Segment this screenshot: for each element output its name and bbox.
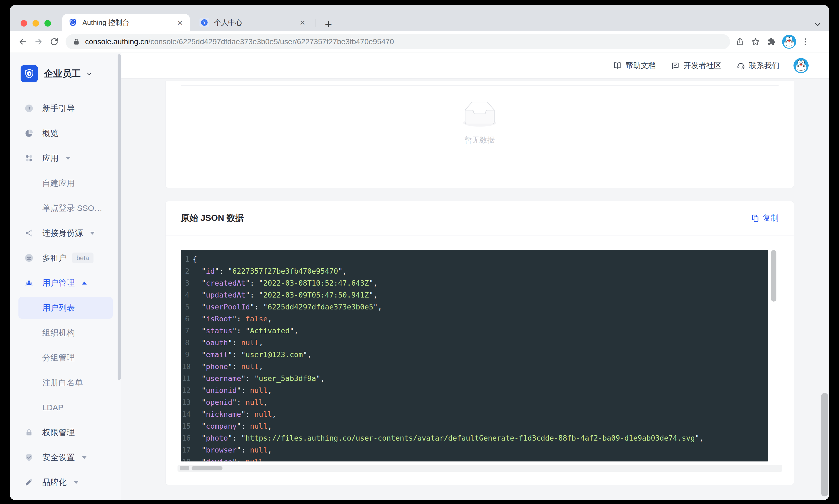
line-number: 12 bbox=[182, 384, 190, 396]
header-link-联系我们[interactable]: 联系我们 bbox=[736, 60, 779, 71]
maximize-window-button[interactable] bbox=[44, 20, 51, 26]
line-number: 17 bbox=[182, 444, 190, 456]
multi-tenant-icon bbox=[24, 253, 34, 263]
sidebar-item-user-management[interactable]: 用户管理 bbox=[10, 270, 121, 295]
header-link-开发者社区[interactable]: 开发者社区 bbox=[671, 60, 721, 71]
close-window-button[interactable] bbox=[21, 20, 27, 26]
sidebar-item-user-list[interactable]: 用户列表 bbox=[18, 297, 113, 319]
copy-label: 复制 bbox=[763, 213, 779, 223]
user-management-icon bbox=[24, 278, 34, 288]
url-bar[interactable]: console.authing.cn/console/6225dd4297dfd… bbox=[66, 34, 730, 49]
code-text: "device": null, bbox=[193, 456, 267, 462]
workspace-name: 企业员工 bbox=[44, 68, 81, 80]
line-number: 15 bbox=[182, 420, 190, 432]
code-text: "createdAt": "2022-03-08T10:52:47.643Z", bbox=[193, 277, 378, 289]
sidebar-item-overview[interactable]: 概览 bbox=[10, 121, 121, 146]
tab-close-icon[interactable]: × bbox=[176, 18, 184, 27]
scrollbar-thumb[interactable] bbox=[180, 466, 189, 470]
code-line: 1{ bbox=[181, 253, 768, 265]
browser-window: Authing 控制台 × Y 个人中心 × + console.authing… bbox=[10, 5, 829, 500]
header-link-label: 帮助文档 bbox=[625, 60, 656, 71]
code-text: "phone": null, bbox=[193, 361, 263, 373]
scrollbar-thumb[interactable] bbox=[192, 466, 222, 470]
code-line: 4 "updatedAt": "2022-03-09T05:47:50.941Z… bbox=[181, 289, 768, 301]
code-text: "isRoot": false, bbox=[193, 313, 272, 325]
tab-search-chevron-icon[interactable] bbox=[814, 21, 822, 29]
code-line: 2 "id": "6227357f27be3fb470e95470", bbox=[181, 265, 768, 277]
extensions-puzzle-button[interactable] bbox=[764, 35, 778, 49]
code-line: 6 "isRoot": false, bbox=[181, 313, 768, 325]
code-line: 15 "company": null, bbox=[181, 420, 768, 432]
line-number: 16 bbox=[182, 432, 190, 444]
code-text: "company": null, bbox=[193, 420, 272, 432]
code-line: 5 "userPoolId": "6225dd4297dfdae373e3b0e… bbox=[181, 301, 768, 313]
code-horizontal-scrollbar[interactable] bbox=[178, 465, 782, 472]
code-line: 9 "email": "user1@123.com", bbox=[181, 349, 768, 361]
tab-strip: Authing 控制台 × Y 个人中心 × + bbox=[10, 5, 829, 31]
line-number: 7 bbox=[182, 325, 190, 337]
guide-icon bbox=[24, 104, 34, 113]
sidebar-item-label: 应用 bbox=[42, 153, 58, 164]
sidebar-item-ldap[interactable]: LDAP bbox=[10, 395, 121, 420]
sidebar-item-sso[interactable]: 单点登录 SSO… bbox=[10, 196, 121, 220]
sidebar-item-security-settings[interactable]: 安全设置 bbox=[10, 445, 121, 470]
json-card-header: 原始 JSON 数据 复制 bbox=[165, 201, 794, 235]
reload-button[interactable] bbox=[47, 35, 61, 49]
sidebar-item-label: 自建应用 bbox=[42, 178, 75, 189]
sidebar-scrollbar[interactable] bbox=[118, 54, 121, 380]
workspace-switcher[interactable]: 企业员工 bbox=[10, 53, 121, 83]
json-card-title: 原始 JSON 数据 bbox=[181, 212, 244, 224]
tab-separator bbox=[315, 19, 316, 27]
empty-box-icon bbox=[459, 102, 500, 128]
identity-sources-icon bbox=[24, 229, 34, 238]
bookmark-star-button[interactable] bbox=[749, 35, 763, 49]
sidebar-item-org-structure[interactable]: 组织机构 bbox=[10, 320, 121, 345]
page-vertical-scrollbar[interactable] bbox=[821, 393, 828, 497]
code-text: "nickname": null, bbox=[193, 408, 276, 420]
forward-button[interactable] bbox=[32, 35, 46, 49]
code-line: 3 "createdAt": "2022-03-08T10:52:47.643Z… bbox=[181, 277, 768, 289]
web-page: 企业员工 新手引导概览应用自建应用单点登录 SSO…连接身份源多租户beta用户… bbox=[10, 53, 829, 500]
sidebar: 企业员工 新手引导概览应用自建应用单点登录 SSO…连接身份源多租户beta用户… bbox=[10, 53, 121, 500]
code-text: "id": "6227357f27be3fb470e95470", bbox=[193, 265, 347, 277]
code-line: 7 "status": "Activated", bbox=[181, 325, 768, 337]
new-tab-button[interactable]: + bbox=[321, 17, 336, 31]
browser-menu-button[interactable] bbox=[798, 35, 813, 49]
line-number: 3 bbox=[182, 277, 190, 289]
overview-icon bbox=[24, 129, 34, 138]
sidebar-item-label: LDAP bbox=[42, 403, 64, 412]
sidebar-item-register-whitelist[interactable]: 注册白名单 bbox=[10, 370, 121, 395]
code-line: 17 "browser": null, bbox=[181, 444, 768, 456]
tab-authing-console[interactable]: Authing 控制台 × bbox=[62, 14, 190, 31]
chevron-up-icon bbox=[82, 282, 87, 285]
url-host: console.authing.cn bbox=[85, 37, 148, 46]
content-scroll-area[interactable]: 暂无数据 原始 JSON 数据 复制 1{2 "id": "6227357f27… bbox=[121, 79, 829, 500]
sidebar-item-apps[interactable]: 应用 bbox=[10, 146, 121, 171]
tab-personal-center[interactable]: Y 个人中心 × bbox=[194, 14, 312, 31]
empty-data-card: 暂无数据 bbox=[165, 81, 794, 188]
sidebar-item-self-built-apps[interactable]: 自建应用 bbox=[10, 171, 121, 196]
tab-close-icon[interactable]: × bbox=[299, 18, 306, 27]
copy-button[interactable]: 复制 bbox=[751, 213, 779, 223]
share-button[interactable] bbox=[733, 35, 747, 49]
line-number: 1 bbox=[182, 253, 190, 265]
code-text: "unionid": null, bbox=[193, 384, 272, 396]
apps-icon bbox=[24, 154, 34, 163]
browser-profile-avatar[interactable] bbox=[782, 35, 796, 49]
sidebar-item-label: 分组管理 bbox=[42, 352, 75, 363]
sidebar-item-group-management[interactable]: 分组管理 bbox=[10, 345, 121, 370]
sidebar-item-multi-tenant[interactable]: 多租户beta bbox=[10, 246, 121, 270]
minimize-window-button[interactable] bbox=[33, 20, 39, 26]
back-button[interactable] bbox=[16, 35, 30, 49]
user-avatar[interactable] bbox=[793, 58, 809, 73]
code-text: "browser": null, bbox=[193, 444, 272, 456]
json-code-block[interactable]: 1{2 "id": "6227357f27be3fb470e95470",3 "… bbox=[181, 250, 768, 462]
code-text: "userPoolId": "6225dd4297dfdae373e3b0e5"… bbox=[193, 301, 382, 313]
header-link-帮助文档[interactable]: 帮助文档 bbox=[613, 60, 656, 71]
sidebar-item-label: 概览 bbox=[42, 128, 58, 139]
sidebar-item-permission[interactable]: 权限管理 bbox=[10, 420, 121, 445]
sidebar-item-guide[interactable]: 新手引导 bbox=[10, 96, 121, 121]
code-vertical-scrollbar[interactable] bbox=[771, 250, 776, 302]
sidebar-item-branding[interactable]: 品牌化 bbox=[10, 470, 121, 495]
sidebar-item-identity-sources[interactable]: 连接身份源 bbox=[10, 220, 121, 246]
